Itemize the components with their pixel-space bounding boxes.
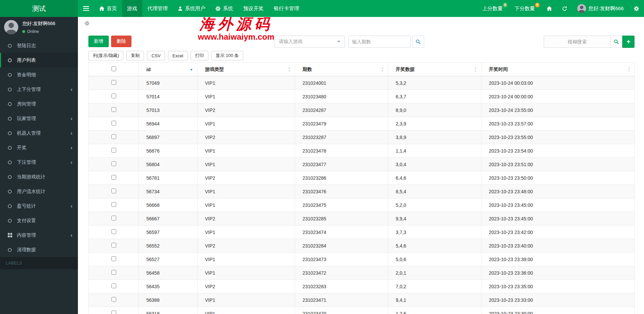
column-header-开奖数据[interactable]: 开奖数据▲▼ <box>388 63 481 76</box>
sort-icon[interactable]: ▲▼ <box>381 66 384 72</box>
up-score-button[interactable]: 上分数量 0 <box>477 0 510 17</box>
row-checkbox[interactable] <box>111 283 116 288</box>
search-button[interactable] <box>412 36 424 48</box>
table-row: 56781VIP22310232866,4,62023-10-23 23:50:… <box>89 171 635 185</box>
row-checkbox[interactable] <box>111 229 116 234</box>
column-header-游戏类型[interactable]: 游戏类型▲▼ <box>198 63 295 76</box>
table-row: 56876VIP12310234781,1,42023-10-23 23:54:… <box>89 144 635 158</box>
period-input[interactable] <box>348 36 411 48</box>
search-icon <box>416 39 421 44</box>
sidebar-item-clean-data[interactable]: 清理数据 <box>0 242 78 257</box>
row-checkbox[interactable] <box>111 107 116 112</box>
row-checkbox[interactable] <box>111 94 116 98</box>
add-button[interactable]: 新增 <box>88 36 109 47</box>
sidebar-item-robot-manage[interactable]: 机器人管理‹ <box>0 126 78 140</box>
sidebar-item-content-manage[interactable]: 内容管理‹ <box>0 228 78 242</box>
sidebar-item-bet-manage[interactable]: 下注管理‹ <box>0 155 78 170</box>
sidebar-item-player-manage[interactable]: 玩家管理‹ <box>0 111 78 126</box>
row-checkbox-cell <box>89 266 139 280</box>
delete-button[interactable]: 删除 <box>111 36 131 47</box>
refresh-button[interactable] <box>557 0 572 17</box>
sidebar-item-score-manage[interactable]: 上下分管理‹ <box>0 82 78 97</box>
nav-item-label: 首页 <box>107 5 117 12</box>
sidebar-item-current-game-stats[interactable]: 当期游戏统计 <box>0 170 78 184</box>
cell-id: 56781 <box>139 171 198 185</box>
down-score-button[interactable]: 下分数量 0 <box>510 0 542 17</box>
cell-period: 231023470 <box>295 307 388 314</box>
sidebar-item-label: 清理数据 <box>17 247 36 253</box>
nav-item-preset-draw[interactable]: 预设开奖 <box>238 0 269 17</box>
cell-id: 56458 <box>139 266 198 280</box>
sidebar-item-login-log[interactable]: 登陆日志 <box>0 38 78 53</box>
cell-draw-data: 9,9,4 <box>388 212 481 225</box>
sidebar-item-draw[interactable]: 开奖‹ <box>0 140 78 155</box>
sidebar-item-funds-detail[interactable]: 资金明细 <box>0 67 78 82</box>
column-header-期数[interactable]: 期数▲▼ <box>295 63 388 76</box>
sidebar-item-label: 当期游戏统计 <box>17 174 45 180</box>
online-status-dot <box>22 30 25 33</box>
circle-icon <box>7 204 13 208</box>
select-all-checkbox[interactable] <box>111 66 116 71</box>
sort-icon[interactable]: ▲▼ <box>288 66 291 72</box>
cell-draw-time: 2023-10-23 23:51:00 <box>481 158 635 171</box>
row-checkbox[interactable] <box>111 297 116 302</box>
row-checkbox[interactable] <box>111 311 116 314</box>
add-row-button[interactable]: + <box>622 36 635 48</box>
sort-desc-icon[interactable]: ▼ <box>190 67 193 71</box>
row-checkbox[interactable] <box>111 243 116 248</box>
sort-icon[interactable]: ▲▼ <box>474 66 477 72</box>
nav-item-system-users[interactable]: 系统用户 <box>173 0 210 17</box>
sidebar-item-room-manage[interactable]: 房间管理 <box>0 97 78 111</box>
sort-icon[interactable]: ▲▼ <box>628 66 630 72</box>
sidebar-toggle-button[interactable] <box>78 0 94 17</box>
row-checkbox[interactable] <box>111 134 116 139</box>
content-gear-icon[interactable] <box>85 21 89 26</box>
nav-item-agent-manage[interactable]: 代理管理 <box>142 0 173 17</box>
action-buttons: 新增 删除 <box>88 36 131 47</box>
sidebar-item-profit-stats[interactable]: 盈亏统计‹ <box>0 199 78 213</box>
column-header-id[interactable]: id▼ <box>139 63 198 76</box>
main-content: 海外源码 www.haiwaiym.com 新增 删除 请输入游戏 + 列(显示… <box>78 17 644 314</box>
row-checkbox[interactable] <box>111 148 116 153</box>
table-row: 56435VIP22310232837,0,22023-10-23 23:35:… <box>89 280 635 293</box>
cell-period: 231023286 <box>295 171 388 185</box>
circle-icon <box>7 58 13 62</box>
row-checkbox[interactable] <box>111 256 116 261</box>
print-button[interactable]: 打印 <box>191 51 208 60</box>
row-checkbox[interactable] <box>111 175 116 180</box>
row-checkbox[interactable] <box>111 216 116 220</box>
cell-id: 57049 <box>139 76 198 90</box>
user-icon <box>178 6 183 11</box>
row-checkbox[interactable] <box>111 161 116 166</box>
fuzzy-search-input[interactable] <box>544 36 611 48</box>
row-checkbox[interactable] <box>111 121 116 125</box>
home-shortcut-button[interactable] <box>542 0 557 17</box>
csv-export-button[interactable]: CSV <box>147 51 165 60</box>
row-checkbox[interactable] <box>111 202 116 207</box>
column-header-开奖时间[interactable]: 开奖时间▲▼ <box>481 63 635 76</box>
nav-item-home[interactable]: 首页 <box>94 0 122 17</box>
row-checkbox[interactable] <box>111 270 116 275</box>
row-checkbox[interactable] <box>111 189 116 193</box>
cell-draw-data: 8,9,0 <box>388 103 481 117</box>
copy-button[interactable]: 复制 <box>126 51 144 60</box>
nav-item-games[interactable]: 游戏 <box>122 0 142 17</box>
sidebar-item-user-list[interactable]: 用户列表 <box>0 53 78 67</box>
show-100-button[interactable]: 显示 100 条 <box>211 51 243 60</box>
game-select[interactable]: 请输入游戏 <box>274 36 345 48</box>
sidebar-item-payment-settings[interactable]: 支付设置 <box>0 213 78 228</box>
cell-period: 231024287 <box>295 103 388 117</box>
sidebar-menu: 登陆日志用户列表资金明细上下分管理‹房间管理玩家管理‹机器人管理‹开奖‹下注管理… <box>0 38 78 257</box>
user-menu-button[interactable]: 您好:发财啊666 <box>572 0 629 17</box>
nav-item-system[interactable]: 系统 <box>210 0 238 17</box>
sidebar-item-user-flow-stats[interactable]: 用户流水统计 <box>0 184 78 199</box>
brand-title[interactable]: 测试 <box>0 0 78 17</box>
fuzzy-search-button[interactable] <box>611 36 622 48</box>
nav-item-bank-card-manage[interactable]: 银行卡管理 <box>269 0 304 17</box>
settings-button[interactable] <box>629 0 644 17</box>
sidebar-item-label: 登陆日志 <box>17 43 36 49</box>
excel-export-button[interactable]: Excel <box>168 51 188 60</box>
sidebar: 您好:发财啊666 Online 登陆日志用户列表资金明细上下分管理‹房间管理玩… <box>0 17 78 314</box>
row-checkbox[interactable] <box>111 80 116 85</box>
columns-toggle-button[interactable]: 列(显示/隐藏) <box>88 51 123 60</box>
